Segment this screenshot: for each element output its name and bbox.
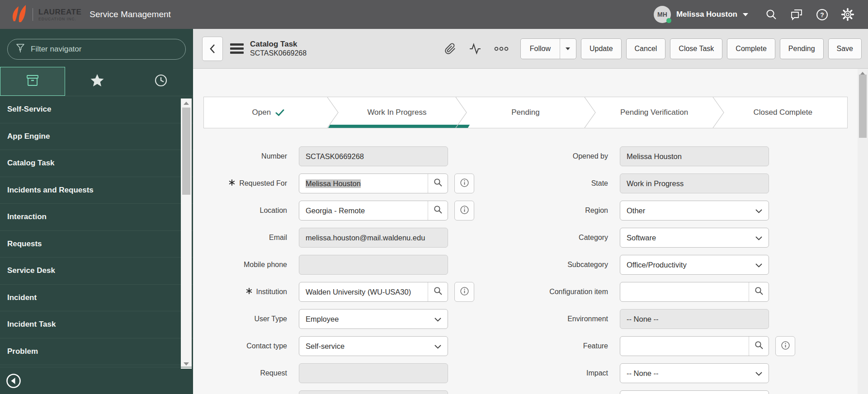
contact-type-label: Contact type [203,342,287,350]
impact-select[interactable]: -- None -- [620,363,769,383]
stage-pending[interactable]: Pending [461,97,590,128]
field-label-text: User Type [254,315,287,323]
attachment-paperclip-icon[interactable] [444,43,456,55]
top-header-bar: LAUREATE EDUCATION INC. Service Manageme… [0,0,868,29]
help-icon[interactable]: ? [816,8,829,21]
sidebar-scrollbar-thumb[interactable] [182,108,190,195]
email-label: Email [203,234,287,242]
sidebar-item-incident[interactable]: Incident [0,285,193,312]
field-label-text: Email [269,234,287,242]
sidebar-footer [0,367,193,394]
requested-for-info-button[interactable] [454,174,474,193]
stage-complete-check-icon [275,109,284,117]
location-input[interactable]: Georgia - Remote [299,206,428,215]
field-value: Georgia - Remote [306,206,365,215]
sidebar-item-incidents-and-requests[interactable]: Incidents and Requests [0,177,193,204]
main-scrollbar-thumb[interactable] [859,75,867,138]
activity-pulse-icon[interactable] [469,43,481,55]
institution-info-button[interactable] [454,282,474,302]
follow-dropdown-button[interactable] [560,39,576,59]
field-label-text: Category [579,234,608,242]
collapse-navigator-icon[interactable] [5,373,22,389]
location-info-button[interactable] [454,201,474,220]
info-icon [781,341,790,352]
scroll-up-icon[interactable] [184,102,189,105]
stage-open[interactable]: Open [204,97,333,128]
sidebar-item-incident-task[interactable]: Incident Task [0,311,193,338]
configuration-item-search-button[interactable] [749,282,769,301]
feature-search-button[interactable] [749,337,769,356]
requested-for-input[interactable]: Melissa Houston [299,179,428,188]
mandatory-icon [246,288,252,296]
record-action-buttons: FollowUpdateCancelClose TaskCompletePend… [520,38,862,59]
main-scrollbar[interactable] [858,69,868,394]
scroll-down-icon[interactable] [184,362,189,366]
category-select[interactable]: Software [620,228,769,248]
field-value: melissa.houston@mail.waldenu.edu [306,234,425,242]
feature-reference-field [620,336,769,356]
follow-button-label[interactable]: Follow [521,39,560,59]
sidebar-item-self-service[interactable]: Self-Service [0,96,193,123]
sidebar-scrollbar[interactable] [181,98,192,369]
feature-info-button[interactable] [775,336,795,356]
sidebar-item-label: Service Desk [7,266,55,275]
subcategory-select[interactable]: Office/Productivity [620,255,769,275]
environment-field: -- None -- [620,309,769,329]
institution-search-button[interactable] [428,282,448,301]
sidebar-item-requests[interactable]: Requests [0,231,193,258]
state-field: Work in Progress [620,174,769,193]
number-field: SCTASK0669268 [299,146,448,166]
tab-favorites[interactable] [65,67,129,96]
contact-type-select[interactable]: Self-service [299,336,448,356]
funnel-icon [16,43,25,55]
partial-select[interactable] [620,390,769,394]
sidebar-item-problem[interactable]: Problem [0,338,193,366]
field-label-text: Opened by [573,152,608,160]
tab-all-applications[interactable] [0,67,65,96]
location-reference-field: Georgia - Remote [299,201,448,220]
search-icon [433,286,443,298]
sidebar-item-interaction[interactable]: Interaction [0,204,193,231]
user-menu[interactable]: MH Melissa Houston [654,6,748,23]
filter-navigator[interactable] [7,39,186,60]
settings-gear-icon[interactable] [841,8,854,21]
partial-field [299,390,448,394]
stage-work-in-progress[interactable]: Work In Progress [333,97,462,128]
field-row-opened-by: Opened byMelissa Houston [524,146,795,166]
stage-pending-verification[interactable]: Pending Verification [590,97,719,128]
cancel-button[interactable]: Cancel [626,38,666,59]
complete-button[interactable]: Complete [727,38,775,59]
close-task-button[interactable]: Close Task [670,38,722,59]
global-search-icon[interactable] [765,8,778,21]
institution-input[interactable]: Walden University (WU-USA30) [299,288,428,296]
pending-button[interactable]: Pending [780,38,824,59]
follow-button[interactable]: Follow [520,38,576,59]
connect-chat-icon[interactable] [790,8,803,21]
user-type-select[interactable]: Employee [299,309,448,329]
tab-history[interactable] [129,67,193,96]
user-name: Melissa Houston [676,10,737,19]
sidebar-item-service-desk[interactable]: Service Desk [0,258,193,285]
location-search-button[interactable] [428,201,448,220]
field-row-mobile-phone: Mobile phone [203,255,474,275]
sidebar-item-catalog-task[interactable]: Catalog Task [0,150,193,177]
stage-closed-complete[interactable]: Closed Complete [718,97,847,128]
update-button[interactable]: Update [581,38,622,59]
requested-for-search-button[interactable] [428,174,448,193]
requested-for-label: Requested For [203,179,287,188]
back-button[interactable] [202,37,223,61]
presence-indicator [666,18,671,23]
brand-line2: EDUCATION INC. [38,17,81,21]
field-value: Work in Progress [627,179,684,188]
field-value: Walden University (WU-USA30) [306,288,411,296]
more-options-icon[interactable] [494,46,509,52]
context-menu-icon[interactable] [230,43,244,54]
field-label-text: Request [260,369,287,377]
avatar[interactable]: MH [654,6,671,23]
filter-navigator-input[interactable] [31,45,177,54]
save-button[interactable]: Save [828,38,862,59]
region-select[interactable]: Other [620,201,769,220]
search-icon [754,286,764,298]
sidebar-item-app-engine[interactable]: App Engine [0,123,193,150]
chevron-down-icon [434,315,441,324]
